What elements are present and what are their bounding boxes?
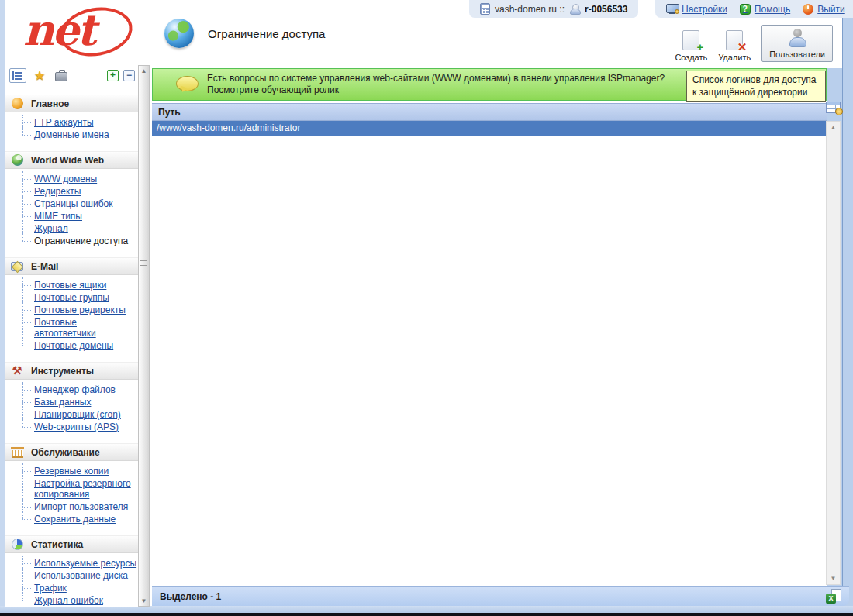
bottom-frame-stripe <box>0 606 853 613</box>
logout-link-label[interactable]: Выйти <box>817 4 845 15</box>
column-header-path[interactable]: Путь <box>152 104 827 121</box>
excel-export-icon[interactable]: X <box>826 589 841 604</box>
sidebar-item-label[interactable]: Планировщик (cron) <box>34 409 121 420</box>
help-link[interactable]: ? Помощь <box>740 4 790 15</box>
sidebar-item-label[interactable]: Использование диска <box>34 570 128 581</box>
settings-link[interactable]: Настройки <box>666 4 727 15</box>
sidebar-item-label[interactable]: MIME типы <box>34 211 82 222</box>
sidebar-item-access-restriction[interactable]: Ограничение доступа <box>22 235 138 247</box>
sidebar-item-label[interactable]: Базы данных <box>34 397 91 408</box>
user-icon <box>788 29 806 47</box>
globe-icon <box>164 19 194 48</box>
sidebar-item-label[interactable]: Почтовые автоответчики <box>34 317 96 339</box>
briefcase-button[interactable] <box>53 68 70 83</box>
sidebar-item-label[interactable]: Настройка резервного копирования <box>34 478 131 500</box>
table-row[interactable]: /www/vash-domen.ru/administrator <box>152 121 827 136</box>
sidebar-item-file-manager[interactable]: Менеджер файлов <box>22 384 138 396</box>
collapse-all-button[interactable]: − <box>123 70 135 81</box>
selection-count: Выделено - 1 <box>160 591 221 602</box>
sidebar-item-mail-groups[interactable]: Почтовые группы <box>22 291 138 304</box>
sidebar-item-label[interactable]: Web-скрипты (APS) <box>34 422 119 432</box>
sidebar-item-label[interactable]: Сохранить данные <box>34 514 116 525</box>
sidebar-item-used-resources[interactable]: Используемые ресурсы <box>22 557 138 570</box>
sidebar-item-mime-types[interactable]: MIME типы <box>22 210 138 222</box>
list-view-icon <box>12 71 23 81</box>
main-panel: Есть вопросы по системе управления web-с… <box>152 68 827 587</box>
logout-link[interactable]: Выйти <box>803 4 845 15</box>
sidebar-item-databases[interactable]: Базы данных <box>22 396 138 408</box>
sidebar-item-traffic[interactable]: Трафик <box>22 582 138 594</box>
sidebar-item-label[interactable]: Почтовые редиректы <box>34 305 126 315</box>
sidebar-item-backup-settings[interactable]: Настройка резервного копирования <box>22 477 138 501</box>
sidebar-item-label[interactable]: Доменные имена <box>34 129 109 140</box>
sidebar-item-disk-usage[interactable]: Использование диска <box>22 570 138 582</box>
delete-button[interactable]: ✕ Удалить <box>718 30 751 62</box>
section-title: Инструменты <box>31 366 94 377</box>
sidebar-item-label[interactable]: Импорт пользователя <box>34 501 128 512</box>
scroll-up-icon[interactable]: ▲ <box>827 124 840 131</box>
scroll-down-icon[interactable]: ▼ <box>139 597 149 604</box>
document-plus-icon: + <box>682 30 699 50</box>
sidebar-item-label[interactable]: Используемые ресурсы <box>34 558 136 569</box>
sidebar-item-label[interactable]: Журнал ошибок <box>34 595 103 606</box>
sidebar-scrollbar[interactable]: ▲ ▼ <box>138 65 150 607</box>
sidebar-item-error-pages[interactable]: Страницы ошибок <box>22 198 138 210</box>
sidebar-item-domain-names[interactable]: Доменные имена <box>22 129 138 141</box>
building-icon <box>11 446 23 459</box>
sidebar-toolbar: ★ + − <box>5 65 138 86</box>
help-icon: ? <box>740 4 751 15</box>
table-gear-icon[interactable] <box>826 102 841 113</box>
sidebar-item-label[interactable]: Менеджер файлов <box>34 384 116 395</box>
sidebar-item-label[interactable]: Почтовые группы <box>34 292 109 303</box>
sidebar-item-mail-redirects[interactable]: Почтовые редиректы <box>22 304 138 316</box>
sidebar-item-error-log[interactable]: Журнал ошибок <box>22 594 138 607</box>
sidebar-item-label[interactable]: Трафик <box>34 583 67 594</box>
utility-links: Настройки ? Помощь Выйти <box>655 0 853 18</box>
create-button[interactable]: + Создать <box>675 30 707 62</box>
net-logo: net <box>23 0 147 62</box>
orange-sphere-icon <box>11 98 23 110</box>
sidebar-item-redirects[interactable]: Редиректы <box>22 185 138 198</box>
status-bar: Выделено - 1 X <box>152 586 849 606</box>
sidebar-item-backups[interactable]: Резервные копии <box>22 465 138 477</box>
sidebar-item-www-domains[interactable]: WWW домены <box>22 173 138 185</box>
sidebar-item-label[interactable]: Резервные копии <box>34 466 109 477</box>
sidebar-item-autoresponders[interactable]: Почтовые автоответчики <box>22 316 138 339</box>
list-view-button[interactable] <box>9 68 26 83</box>
sidebar-item-label[interactable]: Почтовые домены <box>34 340 113 351</box>
scroll-up-icon[interactable]: ▲ <box>139 67 149 74</box>
sidebar-item-label-current: Ограничение доступа <box>34 236 128 246</box>
settings-link-label[interactable]: Настройки <box>682 4 727 15</box>
help-link-label[interactable]: Помощь <box>755 4 790 15</box>
sidebar-item-journal[interactable]: Журнал <box>22 222 138 235</box>
sidebar-item-mail-domains[interactable]: Почтовые домены <box>22 339 138 352</box>
action-toolbar: + Создать ✕ Удалить Пользователи <box>675 25 833 62</box>
sidebar-item-user-import[interactable]: Импорт пользователя <box>22 501 138 513</box>
delete-button-label[interactable]: Удалить <box>718 53 751 62</box>
expand-all-button[interactable]: + <box>107 70 119 81</box>
sidebar-item-label[interactable]: Журнал <box>34 223 68 234</box>
sidebar-item-label[interactable]: Почтовые ящики <box>34 280 106 291</box>
create-button-label[interactable]: Создать <box>675 53 707 62</box>
account-user-id: r-0056533 <box>585 4 627 15</box>
users-button-label[interactable]: Пользователи <box>769 50 825 59</box>
sidebar-section-statistics: Статистика Используемые ресурсы Использо… <box>5 535 138 607</box>
scrollbar-grip[interactable] <box>140 260 147 261</box>
sidebar-item-web-scripts[interactable]: Web-скрипты (APS) <box>22 421 138 433</box>
users-button[interactable]: Пользователи <box>761 25 833 62</box>
favorites-button[interactable]: ★ <box>31 68 48 83</box>
sidebar-item-label[interactable]: FTP аккаунты <box>34 117 94 128</box>
grid-scrollbar[interactable]: ▲ ▼ <box>826 121 841 585</box>
sidebar-item-mailboxes[interactable]: Почтовые ящики <box>22 279 138 291</box>
sidebar-item-ftp-accounts[interactable]: FTP аккаунты <box>22 116 138 129</box>
sidebar-item-label[interactable]: WWW домены <box>34 174 97 184</box>
sidebar-item-label[interactable]: Страницы ошибок <box>34 198 112 209</box>
sidebar-item-label[interactable]: Редиректы <box>34 186 81 197</box>
calculator-icon <box>480 3 490 15</box>
sidebar-item-save-data[interactable]: Сохранить данные <box>22 513 138 525</box>
scroll-down-icon[interactable]: ▼ <box>827 575 840 582</box>
account-domain: vash-domen.ru :: <box>495 4 565 15</box>
users-tooltip: Список логинов для доступа к защищённой … <box>686 71 826 102</box>
sidebar-item-cron[interactable]: Планировщик (cron) <box>22 408 138 421</box>
right-frame-stripe <box>842 0 853 616</box>
